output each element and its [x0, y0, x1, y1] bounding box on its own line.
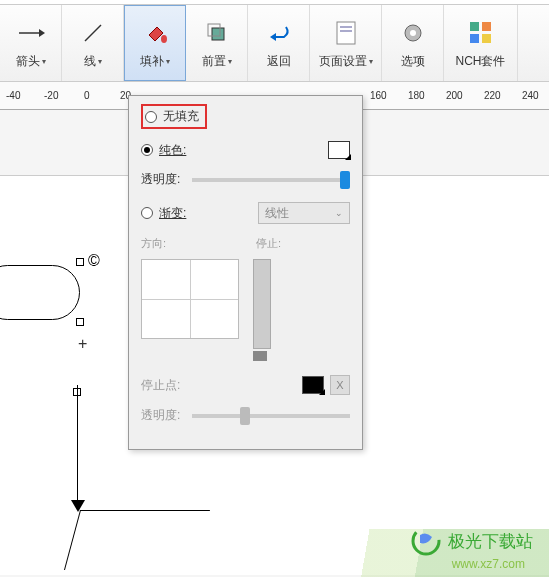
- svg-point-11: [410, 30, 416, 36]
- svg-rect-12: [470, 22, 479, 31]
- chevron-down-icon: ▾: [98, 57, 102, 66]
- front-tool-button[interactable]: 前置▾: [186, 5, 248, 81]
- tool-label: 填补: [140, 53, 164, 70]
- svg-marker-1: [39, 29, 45, 37]
- connector-line[interactable]: [77, 385, 78, 505]
- highlight-annotation: 无填充: [141, 104, 207, 129]
- copyright-symbol: ©: [88, 252, 100, 270]
- nch-suite-button[interactable]: NCH套件: [444, 5, 518, 81]
- svg-rect-7: [337, 22, 355, 44]
- svg-rect-14: [470, 34, 479, 43]
- svg-marker-6: [270, 33, 276, 41]
- page-setup-button[interactable]: 页面设置▾: [310, 5, 382, 81]
- chevron-down-icon: ▾: [166, 57, 170, 66]
- tool-label: 选项: [401, 53, 425, 70]
- resize-handle[interactable]: [76, 258, 84, 266]
- tool-label: 线: [84, 53, 96, 70]
- stop-opacity-slider[interactable]: [192, 414, 350, 418]
- svg-rect-9: [340, 30, 352, 32]
- paint-bucket-icon: [141, 17, 169, 49]
- back-tool-button[interactable]: 返回: [248, 5, 310, 81]
- svg-point-3: [161, 35, 167, 43]
- opacity-row: 透明度:: [141, 171, 350, 188]
- tool-label: 页面设置: [319, 53, 367, 70]
- parallelogram-shape[interactable]: [64, 510, 210, 570]
- opacity2-label: 透明度:: [141, 407, 180, 424]
- slider-thumb[interactable]: [240, 407, 250, 425]
- svg-rect-13: [482, 22, 491, 31]
- stop-point-row: 停止点: X: [141, 375, 350, 395]
- gradient-type-combo[interactable]: 线性 ⌄: [258, 202, 350, 224]
- line-icon: [81, 17, 105, 49]
- stop-opacity-row: 透明度:: [141, 407, 350, 424]
- fill-dropdown-panel: 无填充 纯色: 透明度: 渐变: 线性 ⌄ 方向: 停止: 停止点:: [128, 95, 363, 450]
- svg-rect-15: [482, 34, 491, 43]
- stop-label: 停止:: [256, 236, 281, 251]
- no-fill-label: 无填充: [163, 108, 199, 125]
- return-icon: [266, 17, 292, 49]
- rounded-rect-shape[interactable]: [0, 265, 80, 320]
- slider-thumb[interactable]: [340, 171, 350, 189]
- solid-label: 纯色:: [159, 142, 186, 159]
- opacity-label: 透明度:: [141, 171, 180, 188]
- no-fill-option[interactable]: 无填充: [141, 104, 350, 129]
- radio-button[interactable]: [141, 207, 153, 219]
- watermark-url: www.xz7.com: [452, 557, 525, 571]
- plus-symbol: +: [78, 335, 87, 353]
- svg-line-2: [85, 25, 101, 41]
- gradient-option[interactable]: 渐变: 线性 ⌄: [141, 202, 350, 224]
- solid-color-option[interactable]: 纯色:: [141, 141, 350, 159]
- opacity-slider[interactable]: [192, 178, 350, 182]
- bring-front-icon: [204, 17, 230, 49]
- gear-icon: [400, 17, 426, 49]
- tool-label: 前置: [202, 53, 226, 70]
- stop-point-label: 停止点:: [141, 377, 180, 394]
- stop-marker[interactable]: [253, 351, 267, 361]
- fill-tool-button[interactable]: 填补▾: [124, 5, 186, 81]
- watermark-text: 极光下载站: [448, 530, 533, 553]
- gradient-label: 渐变:: [159, 205, 186, 222]
- chevron-down-icon: ▾: [42, 57, 46, 66]
- watermark: 极光下载站: [410, 525, 533, 557]
- chevron-down-icon: ⌄: [335, 208, 343, 218]
- tool-label: NCH套件: [456, 53, 506, 70]
- color-picker-swatch[interactable]: [328, 141, 350, 159]
- resize-handle[interactable]: [76, 318, 84, 326]
- direction-label: 方向:: [141, 236, 166, 251]
- tool-label: 箭头: [16, 53, 40, 70]
- chevron-down-icon: ▾: [369, 57, 373, 66]
- arrow-tool-button[interactable]: 箭头▾: [0, 5, 62, 81]
- line-tool-button[interactable]: 线▾: [62, 5, 124, 81]
- delete-stop-button[interactable]: X: [330, 375, 350, 395]
- chevron-down-icon: ▾: [228, 57, 232, 66]
- stop-color-swatch[interactable]: [302, 376, 324, 394]
- radio-button[interactable]: [141, 144, 153, 156]
- dropdown-arrow-icon: [345, 154, 351, 160]
- arrow-icon: [17, 17, 45, 49]
- gradient-stop-bar[interactable]: [253, 259, 271, 361]
- watermark-logo-icon: [410, 525, 442, 557]
- radio-button[interactable]: [145, 111, 157, 123]
- options-button[interactable]: 选项: [382, 5, 444, 81]
- page-icon: [335, 17, 357, 49]
- dropdown-arrow-icon: [319, 389, 325, 395]
- svg-rect-8: [340, 26, 352, 28]
- main-toolbar: 箭头▾ 线▾ 填补▾ 前置▾ 返回 页面设置▾ 选项: [0, 4, 549, 82]
- gradient-direction-pad[interactable]: [141, 259, 239, 339]
- grid-icon: [468, 17, 494, 49]
- svg-rect-4: [212, 28, 224, 40]
- tool-label: 返回: [267, 53, 291, 70]
